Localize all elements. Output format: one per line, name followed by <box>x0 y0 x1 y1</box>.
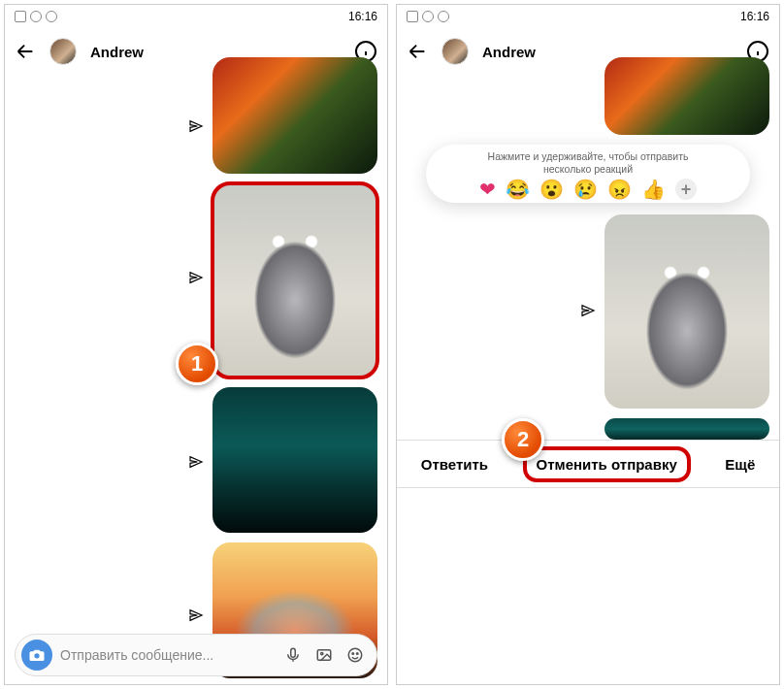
message-composer[interactable]: Отправить сообщение... <box>15 634 377 676</box>
send-status-icon <box>187 269 205 286</box>
reaction-bar[interactable]: Нажмите и удерживайте, чтобы отправить н… <box>426 145 750 203</box>
step-badge-1: 1 <box>176 343 218 385</box>
action-unsend[interactable]: Отменить отправку <box>527 450 687 478</box>
sticker-icon[interactable] <box>345 645 365 665</box>
message-image[interactable] <box>604 418 769 440</box>
send-status-icon <box>187 117 205 135</box>
svg-point-6 <box>321 652 323 654</box>
camera-button[interactable] <box>21 640 52 671</box>
messages-panel[interactable]: 1 <box>5 75 387 684</box>
composer-placeholder: Отправить сообщение... <box>60 647 276 663</box>
status-icons <box>407 11 449 22</box>
statusbar: 16:16 <box>5 5 387 28</box>
reaction-wow-icon[interactable]: 😮 <box>539 178 564 201</box>
svg-point-8 <box>352 653 354 655</box>
status-icon <box>46 11 57 22</box>
chat-name[interactable]: Andrew <box>482 44 536 60</box>
status-icon <box>15 11 26 22</box>
back-icon[interactable] <box>407 41 428 62</box>
status-icon <box>422 11 434 22</box>
gallery-icon[interactable] <box>314 645 334 665</box>
messages-panel[interactable]: Нажмите и удерживайте, чтобы отправить н… <box>397 75 779 684</box>
reaction-thumbsup-icon[interactable]: 👍 <box>641 178 666 201</box>
status-icon <box>30 11 42 22</box>
composer-icons <box>283 645 365 665</box>
action-sheet-fill <box>397 488 779 684</box>
svg-point-3 <box>34 653 39 658</box>
status-time: 16:16 <box>740 10 769 23</box>
reaction-emojis: ❤ 😂 😮 😢 😠 👍 + <box>479 178 697 201</box>
back-icon[interactable] <box>15 41 36 62</box>
message-image[interactable] <box>604 57 769 135</box>
step-badge-2: 2 <box>502 418 544 461</box>
mic-icon[interactable] <box>283 645 303 665</box>
svg-point-9 <box>357 653 359 655</box>
avatar[interactable] <box>49 38 77 65</box>
message-image[interactable] <box>212 57 377 174</box>
message-image-selected[interactable] <box>604 214 769 409</box>
send-status-icon <box>187 453 205 471</box>
action-reply[interactable]: Ответить <box>411 450 498 478</box>
status-icon <box>438 11 449 22</box>
phone-left: 16:16 Andrew 1 Отправ <box>4 4 388 685</box>
status-icon <box>407 11 418 22</box>
reaction-laugh-icon[interactable]: 😂 <box>506 178 530 201</box>
reaction-cry-icon[interactable]: 😢 <box>573 178 598 201</box>
statusbar: 16:16 <box>397 5 779 28</box>
send-status-icon <box>579 302 597 319</box>
reaction-angry-icon[interactable]: 😠 <box>607 178 632 201</box>
status-time: 16:16 <box>348 10 377 23</box>
message-image-selected[interactable] <box>212 183 377 377</box>
message-action-row[interactable]: Ответить Отменить отправку Ещё <box>397 440 779 488</box>
message-image[interactable] <box>212 387 377 533</box>
avatar[interactable] <box>441 38 469 65</box>
svg-rect-4 <box>291 648 296 657</box>
reaction-heart-icon[interactable]: ❤ <box>479 178 496 201</box>
chat-name[interactable]: Andrew <box>90 44 144 60</box>
reaction-add-icon[interactable]: + <box>675 179 697 200</box>
send-status-icon <box>187 607 205 624</box>
phone-right: 16:16 Andrew Нажмите и удерживайте, чтоб… <box>396 4 780 685</box>
action-more[interactable]: Ещё <box>715 450 765 478</box>
svg-point-7 <box>348 648 362 662</box>
reaction-hint: Нажмите и удерживайте, чтобы отправить н… <box>488 150 689 175</box>
status-icons <box>15 11 57 22</box>
